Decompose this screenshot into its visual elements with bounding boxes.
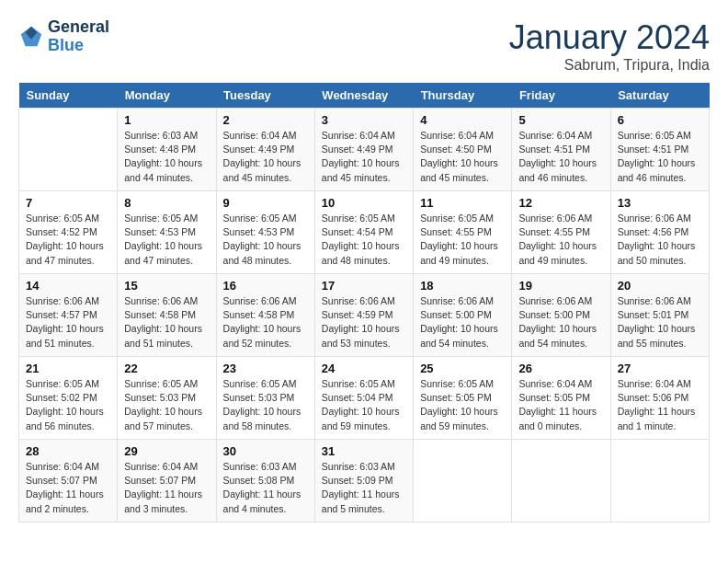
- day-number: 16: [223, 279, 308, 293]
- calendar-cell: 5Sunrise: 6:04 AM Sunset: 4:51 PM Daylig…: [512, 109, 610, 191]
- day-number: 25: [420, 362, 505, 375]
- day-number: 1: [124, 113, 209, 127]
- calendar-cell: 1Sunrise: 6:03 AM Sunset: 4:48 PM Daylig…: [118, 109, 216, 191]
- day-info: Sunrise: 6:05 AM Sunset: 4:55 PM Dayligh…: [420, 212, 505, 268]
- day-number: 22: [124, 362, 209, 375]
- calendar-cell: 4Sunrise: 6:04 AM Sunset: 4:50 PM Daylig…: [414, 109, 512, 191]
- day-info: Sunrise: 6:04 AM Sunset: 4:49 PM Dayligh…: [322, 129, 406, 185]
- day-number: 6: [618, 113, 702, 127]
- day-number: 13: [618, 196, 702, 210]
- day-info: Sunrise: 6:06 AM Sunset: 4:57 PM Dayligh…: [26, 294, 110, 350]
- day-number: 21: [26, 362, 110, 375]
- calendar-cell: 9Sunrise: 6:05 AM Sunset: 4:53 PM Daylig…: [216, 191, 314, 274]
- day-number: 4: [420, 113, 505, 127]
- calendar-cell: [19, 109, 118, 191]
- day-number: 30: [223, 444, 308, 458]
- logo-icon: [18, 24, 44, 50]
- day-info: Sunrise: 6:06 AM Sunset: 4:55 PM Dayligh…: [518, 212, 603, 268]
- day-number: 10: [322, 196, 406, 210]
- day-info: Sunrise: 6:05 AM Sunset: 4:53 PM Dayligh…: [124, 212, 209, 268]
- calendar-cell: 29Sunrise: 6:04 AM Sunset: 5:07 PM Dayli…: [118, 440, 216, 523]
- day-number: 14: [26, 279, 110, 293]
- page-header: General Blue January 2024 Sabrum, Tripur…: [18, 18, 710, 74]
- weekday-header-friday: Friday: [512, 83, 610, 109]
- day-number: 29: [124, 444, 209, 458]
- weekday-header-monday: Monday: [118, 83, 216, 109]
- calendar-cell: 21Sunrise: 6:05 AM Sunset: 5:02 PM Dayli…: [19, 357, 118, 440]
- calendar-cell: 17Sunrise: 6:06 AM Sunset: 4:59 PM Dayli…: [314, 274, 413, 357]
- location-subtitle: Sabrum, Tripura, India: [509, 57, 710, 74]
- day-info: Sunrise: 6:03 AM Sunset: 4:48 PM Dayligh…: [124, 129, 209, 185]
- calendar-cell: 26Sunrise: 6:04 AM Sunset: 5:05 PM Dayli…: [512, 357, 610, 440]
- day-info: Sunrise: 6:04 AM Sunset: 4:49 PM Dayligh…: [223, 129, 308, 185]
- logo-text: General Blue: [48, 18, 109, 55]
- day-info: Sunrise: 6:05 AM Sunset: 5:04 PM Dayligh…: [322, 377, 406, 433]
- day-info: Sunrise: 6:04 AM Sunset: 5:07 PM Dayligh…: [26, 460, 110, 516]
- weekday-header-sunday: Sunday: [19, 83, 118, 109]
- calendar-cell: [610, 440, 709, 523]
- day-number: 17: [322, 279, 406, 293]
- day-number: 27: [618, 362, 702, 375]
- day-info: Sunrise: 6:06 AM Sunset: 5:00 PM Dayligh…: [518, 294, 603, 350]
- weekday-header-row: SundayMondayTuesdayWednesdayThursdayFrid…: [19, 83, 710, 109]
- day-number: 11: [420, 196, 505, 210]
- title-block: January 2024 Sabrum, Tripura, India: [509, 18, 710, 74]
- calendar-cell: [512, 440, 610, 523]
- calendar-cell: 24Sunrise: 6:05 AM Sunset: 5:04 PM Dayli…: [314, 357, 413, 440]
- day-info: Sunrise: 6:05 AM Sunset: 5:05 PM Dayligh…: [420, 377, 505, 433]
- day-number: 7: [26, 196, 110, 210]
- calendar-table: SundayMondayTuesdayWednesdayThursdayFrid…: [18, 83, 710, 523]
- weekday-header-wednesday: Wednesday: [314, 83, 413, 109]
- day-number: 18: [420, 279, 505, 293]
- calendar-cell: 28Sunrise: 6:04 AM Sunset: 5:07 PM Dayli…: [19, 440, 118, 523]
- calendar-cell: 7Sunrise: 6:05 AM Sunset: 4:52 PM Daylig…: [19, 191, 118, 274]
- day-info: Sunrise: 6:06 AM Sunset: 5:01 PM Dayligh…: [618, 294, 702, 350]
- day-info: Sunrise: 6:04 AM Sunset: 4:51 PM Dayligh…: [518, 129, 603, 185]
- day-number: 20: [618, 279, 702, 293]
- day-number: 12: [518, 196, 603, 210]
- calendar-cell: 19Sunrise: 6:06 AM Sunset: 5:00 PM Dayli…: [512, 274, 610, 357]
- day-info: Sunrise: 6:06 AM Sunset: 4:59 PM Dayligh…: [322, 294, 406, 350]
- day-number: 28: [26, 444, 110, 458]
- calendar-cell: [414, 440, 512, 523]
- weekday-header-thursday: Thursday: [414, 83, 512, 109]
- day-number: 8: [124, 196, 209, 210]
- day-number: 26: [518, 362, 603, 375]
- calendar-cell: 18Sunrise: 6:06 AM Sunset: 5:00 PM Dayli…: [414, 274, 512, 357]
- day-info: Sunrise: 6:03 AM Sunset: 5:08 PM Dayligh…: [223, 460, 308, 516]
- calendar-cell: 14Sunrise: 6:06 AM Sunset: 4:57 PM Dayli…: [19, 274, 118, 357]
- calendar-cell: 23Sunrise: 6:05 AM Sunset: 5:03 PM Dayli…: [216, 357, 314, 440]
- week-row-3: 14Sunrise: 6:06 AM Sunset: 4:57 PM Dayli…: [19, 274, 710, 357]
- day-info: Sunrise: 6:05 AM Sunset: 5:03 PM Dayligh…: [124, 377, 209, 433]
- calendar-cell: 22Sunrise: 6:05 AM Sunset: 5:03 PM Dayli…: [118, 357, 216, 440]
- calendar-cell: 3Sunrise: 6:04 AM Sunset: 4:49 PM Daylig…: [314, 109, 413, 191]
- day-number: 15: [124, 279, 209, 293]
- day-info: Sunrise: 6:05 AM Sunset: 5:03 PM Dayligh…: [223, 377, 308, 433]
- calendar-cell: 6Sunrise: 6:05 AM Sunset: 4:51 PM Daylig…: [610, 109, 709, 191]
- calendar-cell: 11Sunrise: 6:05 AM Sunset: 4:55 PM Dayli…: [414, 191, 512, 274]
- weekday-header-tuesday: Tuesday: [216, 83, 314, 109]
- calendar-cell: 10Sunrise: 6:05 AM Sunset: 4:54 PM Dayli…: [314, 191, 413, 274]
- day-info: Sunrise: 6:04 AM Sunset: 5:05 PM Dayligh…: [518, 377, 603, 433]
- day-info: Sunrise: 6:05 AM Sunset: 4:53 PM Dayligh…: [223, 212, 308, 268]
- day-info: Sunrise: 6:06 AM Sunset: 4:58 PM Dayligh…: [223, 294, 308, 350]
- calendar-cell: 12Sunrise: 6:06 AM Sunset: 4:55 PM Dayli…: [512, 191, 610, 274]
- week-row-2: 7Sunrise: 6:05 AM Sunset: 4:52 PM Daylig…: [19, 191, 710, 274]
- day-number: 9: [223, 196, 308, 210]
- day-number: 23: [223, 362, 308, 375]
- calendar-cell: 30Sunrise: 6:03 AM Sunset: 5:08 PM Dayli…: [216, 440, 314, 523]
- logo: General Blue: [18, 18, 109, 55]
- calendar-cell: 13Sunrise: 6:06 AM Sunset: 4:56 PM Dayli…: [610, 191, 709, 274]
- day-info: Sunrise: 6:05 AM Sunset: 5:02 PM Dayligh…: [26, 377, 110, 433]
- calendar-cell: 20Sunrise: 6:06 AM Sunset: 5:01 PM Dayli…: [610, 274, 709, 357]
- month-title: January 2024: [509, 18, 710, 57]
- day-info: Sunrise: 6:06 AM Sunset: 4:58 PM Dayligh…: [124, 294, 209, 350]
- day-info: Sunrise: 6:06 AM Sunset: 4:56 PM Dayligh…: [618, 212, 702, 268]
- calendar-cell: 25Sunrise: 6:05 AM Sunset: 5:05 PM Dayli…: [414, 357, 512, 440]
- day-info: Sunrise: 6:04 AM Sunset: 4:50 PM Dayligh…: [420, 129, 505, 185]
- week-row-4: 21Sunrise: 6:05 AM Sunset: 5:02 PM Dayli…: [19, 357, 710, 440]
- calendar-cell: 8Sunrise: 6:05 AM Sunset: 4:53 PM Daylig…: [118, 191, 216, 274]
- calendar-cell: 16Sunrise: 6:06 AM Sunset: 4:58 PM Dayli…: [216, 274, 314, 357]
- day-number: 24: [322, 362, 406, 375]
- day-info: Sunrise: 6:05 AM Sunset: 4:51 PM Dayligh…: [618, 129, 702, 185]
